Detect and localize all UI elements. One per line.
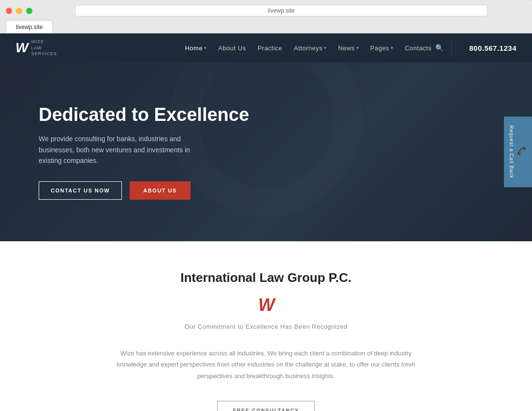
callback-label: Request a Call Back xyxy=(509,125,514,178)
chevron-down-icon-2: ▾ xyxy=(324,45,326,50)
phone-callback-icon: 📞 xyxy=(517,147,527,157)
hero-subtitle: We provide consulting for banks, industr… xyxy=(39,133,213,166)
nav-item-about[interactable]: About Us xyxy=(218,44,246,52)
nav-link-pages[interactable]: Pages xyxy=(370,44,389,52)
logo-area[interactable]: W WIZE LAW SERVICES xyxy=(15,39,57,57)
logo-letter: W xyxy=(15,40,27,56)
hero-content: Dedicated to Excellence We provide consu… xyxy=(0,104,288,200)
nav-link-news[interactable]: News xyxy=(338,44,355,52)
nav-link-about[interactable]: About Us xyxy=(218,44,246,52)
about-title: International Law Group P.C. xyxy=(19,270,513,285)
address-bar[interactable]: livewp.site xyxy=(75,5,488,16)
browser-controls: livewp.site xyxy=(6,5,526,16)
about-us-button[interactable]: ABOUT US xyxy=(130,181,190,200)
chevron-down-icon: ▾ xyxy=(204,45,207,50)
browser-window: livewp.site livewp.site W WIZE LAW SERVI… xyxy=(0,0,532,411)
hero-section: Dedicated to Excellence We provide consu… xyxy=(0,62,532,241)
chevron-down-icon-4: ▾ xyxy=(391,45,393,50)
nav-link-practice[interactable]: Practice xyxy=(258,44,282,52)
nav-item-news[interactable]: News ▾ xyxy=(338,44,359,52)
nav-link-attorneys[interactable]: Attorneys xyxy=(294,44,323,52)
nav-link-home[interactable]: Home xyxy=(185,44,203,52)
search-icon[interactable]: 🔍 xyxy=(435,44,443,52)
navbar: W WIZE LAW SERVICES Home ▾ About Us xyxy=(0,33,532,62)
nav-item-contacts[interactable]: Contacts xyxy=(405,44,431,52)
about-logo-w: W xyxy=(19,295,513,315)
chevron-down-icon-3: ▾ xyxy=(356,45,359,50)
logo-text: WIZE LAW SERVICES xyxy=(31,39,57,57)
about-body: Wize has extensive experience across all… xyxy=(106,348,426,382)
minimize-dot[interactable] xyxy=(16,8,22,14)
free-consultancy-button[interactable]: FREE CONSULTANCY xyxy=(217,401,315,411)
nav-divider xyxy=(451,41,452,55)
nav-links: Home ▾ About Us Practice Attorneys ▾ xyxy=(185,44,431,52)
nav-link-contacts[interactable]: Contacts xyxy=(405,44,431,52)
about-tagline: Our Commitment to Excellence Has Been Re… xyxy=(19,323,513,330)
hero-buttons: CONTACT US NOW ABOUT US xyxy=(39,181,249,200)
maximize-dot[interactable] xyxy=(26,8,32,14)
nav-item-pages[interactable]: Pages ▾ xyxy=(370,44,393,52)
browser-tab[interactable]: livewp.site xyxy=(6,20,53,33)
browser-chrome: livewp.site livewp.site xyxy=(0,0,532,33)
url-text: livewp.site xyxy=(268,7,295,14)
nav-item-practice[interactable]: Practice xyxy=(258,44,282,52)
nav-item-attorneys[interactable]: Attorneys ▾ xyxy=(294,44,326,52)
hero-title: Dedicated to Excellence xyxy=(39,104,249,126)
phone-number: 800.567.1234 xyxy=(469,44,517,52)
close-dot[interactable] xyxy=(6,8,12,14)
about-section: International Law Group P.C. W Our Commi… xyxy=(0,241,532,411)
contact-us-button[interactable]: CONTACT US NOW xyxy=(39,181,122,200)
browser-tab-bar: livewp.site xyxy=(6,20,526,33)
nav-item-home[interactable]: Home ▾ xyxy=(185,44,207,52)
callback-tab[interactable]: 📞 Request a Call Back xyxy=(504,117,532,187)
site-content: W WIZE LAW SERVICES Home ▾ About Us xyxy=(0,33,532,411)
